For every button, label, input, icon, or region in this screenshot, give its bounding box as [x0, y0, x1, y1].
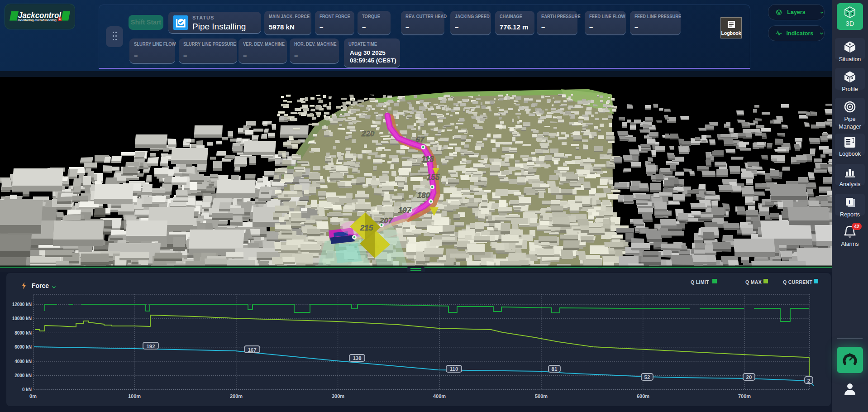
svg-text:192: 192: [146, 344, 155, 349]
svg-text:4000 kN: 4000 kN: [14, 359, 32, 364]
svg-text:400m: 400m: [433, 393, 446, 399]
svg-text:monitoring microtunneling: monitoring microtunneling: [18, 18, 57, 22]
svg-text:110: 110: [450, 366, 458, 372]
svg-text:207: 207: [379, 216, 393, 225]
svg-text:0 kN: 0 kN: [22, 387, 32, 392]
svg-text:10000 kN: 10000 kN: [12, 316, 32, 321]
svg-text:2: 2: [807, 378, 810, 383]
svg-text:215: 215: [360, 224, 373, 232]
svg-text:52: 52: [644, 374, 650, 380]
svg-text:81: 81: [552, 366, 558, 372]
svg-text:500m: 500m: [535, 393, 548, 399]
svg-text:220: 220: [361, 129, 375, 138]
svg-text:180: 180: [417, 191, 430, 200]
svg-text:155: 155: [427, 173, 440, 182]
svg-text:0m: 0m: [29, 393, 37, 399]
svg-text:8000 kN: 8000 kN: [14, 331, 32, 335]
svg-text:57: 57: [416, 135, 425, 144]
svg-text:700m: 700m: [738, 393, 751, 399]
svg-text:600m: 600m: [637, 393, 649, 399]
svg-text:2000 kN: 2000 kN: [14, 373, 32, 378]
svg-text:12000 kN: 12000 kN: [12, 302, 32, 307]
svg-text:167: 167: [248, 347, 256, 353]
svg-text:138: 138: [353, 355, 362, 361]
svg-text:197: 197: [398, 206, 412, 215]
svg-text:200m: 200m: [230, 393, 243, 399]
svg-text:118: 118: [421, 155, 434, 163]
svg-text:i: i: [849, 199, 850, 206]
svg-text:6000 kN: 6000 kN: [14, 345, 32, 350]
svg-text:20: 20: [746, 374, 752, 380]
svg-text:100m: 100m: [128, 393, 141, 399]
svg-text:300m: 300m: [332, 393, 344, 399]
